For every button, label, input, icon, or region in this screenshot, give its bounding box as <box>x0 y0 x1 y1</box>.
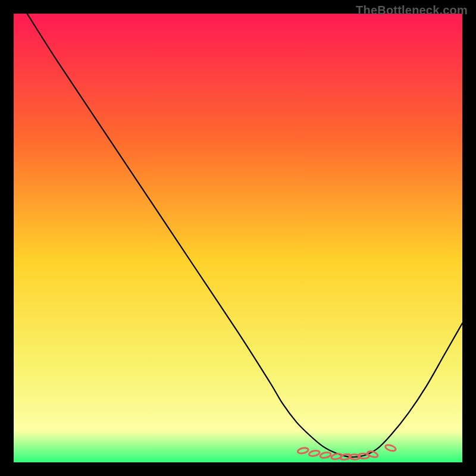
chart-svg <box>14 14 462 462</box>
watermark-text: TheBottleneck.com <box>356 4 468 17</box>
gradient-background <box>14 14 462 462</box>
plot-area <box>14 14 462 462</box>
chart-container: TheBottleneck.com <box>0 0 476 476</box>
